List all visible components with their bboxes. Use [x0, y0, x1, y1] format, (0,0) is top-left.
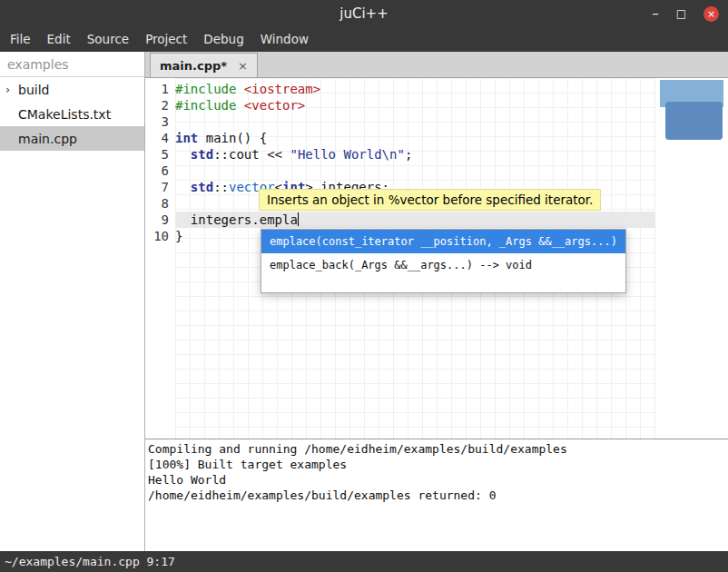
app-window: juCi++ – □ × FileEditSourceProjectDebugW…	[0, 0, 728, 572]
status-bar: ~/examples/main.cpp 9:17	[0, 551, 728, 572]
output-line: Hello World	[148, 472, 725, 488]
menu-item-source[interactable]: Source	[79, 27, 137, 52]
code-segment: #include	[175, 98, 244, 113]
code-segment: int	[175, 131, 198, 145]
file-item-build[interactable]: ›build	[0, 77, 144, 102]
code-line-3[interactable]	[175, 113, 655, 130]
code-segment: std	[191, 180, 213, 194]
menu-item-file[interactable]: File	[2, 27, 39, 52]
line-number: 2	[145, 97, 175, 113]
code-segment: #include	[175, 82, 244, 96]
code-line-2[interactable]: #include <vector>	[175, 97, 655, 113]
tab-label: main.cpp*	[160, 59, 227, 73]
text-cursor-icon	[298, 212, 299, 226]
code-segment: integers.empla	[175, 212, 298, 227]
line-number: 9	[145, 212, 175, 228]
code-line-4[interactable]: int main() {	[175, 130, 655, 146]
tab-main-cpp[interactable]: main.cpp* ×	[150, 53, 258, 77]
menu-item-window[interactable]: Window	[252, 27, 317, 52]
overview-minimap[interactable]	[655, 78, 728, 439]
code-segment: ::cout <<	[213, 147, 290, 162]
code-line-5[interactable]: std::cout << "Hello World\n";	[175, 146, 655, 163]
file-list: ›buildCMakeLists.txtmain.cpp	[0, 77, 144, 151]
code-segment: <vector>	[244, 98, 305, 113]
output-panel[interactable]: Compiling and running /home/eidheim/exam…	[145, 439, 728, 551]
code-segment: "Hello World\n"	[290, 147, 404, 162]
status-text: ~/examples/main.cpp 9:17	[5, 555, 175, 568]
tab-close-icon[interactable]: ×	[238, 59, 248, 73]
completion-item[interactable]: emplace(const_iterator __position, _Args…	[261, 230, 625, 253]
file-label: CMakeLists.txt	[18, 107, 111, 122]
minimap-slider[interactable]	[665, 102, 723, 140]
sidebar-header: examples	[0, 52, 144, 77]
code-segment: ;	[405, 147, 412, 162]
file-label: build	[18, 83, 49, 97]
file-tree-sidebar: examples ›buildCMakeLists.txtmain.cpp	[0, 52, 145, 551]
code-editor[interactable]: 12345678910 #include <iostream>#include …	[145, 78, 728, 439]
doc-tooltip: Inserts an object in %vector before spec…	[259, 189, 601, 211]
code-line-1[interactable]: #include <iostream>	[175, 81, 655, 97]
code-segment: ::	[213, 180, 229, 194]
line-number-gutter: 12345678910	[145, 78, 175, 439]
completion-popup: emplace(const_iterator __position, _Args…	[261, 229, 626, 293]
content-area: main.cpp* × 12345678910 #include <iostre…	[145, 52, 728, 551]
output-line: /home/eidheim/examples/build/examples re…	[148, 488, 725, 503]
menu-item-edit[interactable]: Edit	[39, 27, 79, 52]
window-title: juCi++	[339, 5, 388, 22]
code-segment: }	[175, 229, 182, 243]
menu-bar: FileEditSourceProjectDebugWindow	[0, 27, 728, 52]
line-number: 3	[145, 113, 175, 130]
line-number: 4	[145, 130, 175, 146]
menu-item-project[interactable]: Project	[137, 27, 195, 52]
file-item-main.cpp[interactable]: main.cpp	[0, 126, 144, 151]
output-line: [100%] Built target examples	[148, 457, 725, 472]
code-line-6[interactable]	[175, 163, 655, 179]
output-line: Compiling and running /home/eidheim/exam…	[148, 441, 725, 457]
line-number: 1	[145, 81, 175, 97]
line-number: 6	[145, 163, 175, 179]
code-segment: std	[191, 147, 213, 162]
file-item-cmakelists.txt[interactable]: CMakeLists.txt	[0, 102, 144, 126]
main-area: examples ›buildCMakeLists.txtmain.cpp ma…	[0, 52, 728, 551]
maximize-icon[interactable]: □	[676, 7, 686, 20]
window-controls: – □ ×	[652, 0, 719, 27]
code-segment: main() {	[198, 131, 267, 145]
line-number: 5	[145, 146, 175, 163]
code-segment	[175, 180, 191, 194]
code-segment	[175, 147, 191, 162]
file-label: main.cpp	[18, 132, 77, 146]
code-segment: <iostream>	[244, 82, 320, 96]
line-number: 8	[145, 195, 175, 212]
menu-item-debug[interactable]: Debug	[195, 27, 251, 52]
chevron-right-icon: ›	[0, 83, 18, 96]
line-number: 7	[145, 179, 175, 195]
code-line-9[interactable]: integers.empla	[175, 212, 655, 228]
minimize-icon[interactable]: –	[652, 5, 659, 22]
line-number: 10	[145, 228, 175, 244]
completion-item[interactable]: emplace_back(_Args &&__args...) --> void	[261, 253, 625, 277]
tab-bar: main.cpp* ×	[145, 52, 728, 78]
title-bar[interactable]: juCi++ – □ ×	[0, 0, 728, 27]
close-icon[interactable]: ×	[703, 6, 719, 22]
